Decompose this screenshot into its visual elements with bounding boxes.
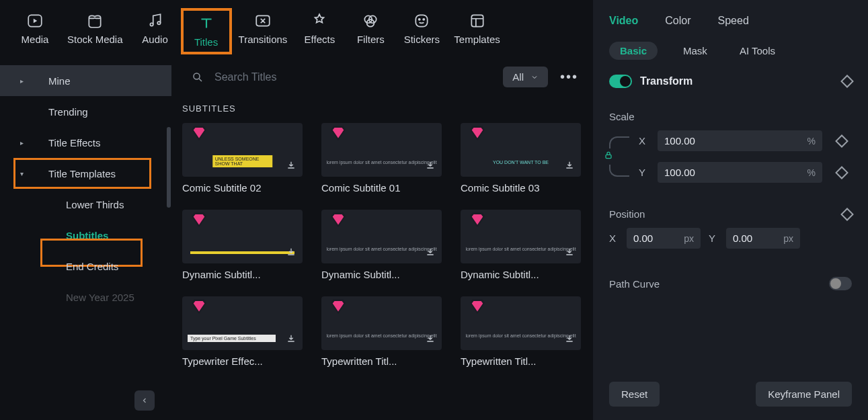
subtab-ai-tools[interactable]: AI Tools bbox=[733, 42, 782, 60]
scale-label: Scale bbox=[609, 111, 635, 122]
collapse-sidebar-button[interactable] bbox=[134, 390, 155, 411]
chevron-down-icon bbox=[530, 73, 539, 81]
properties-tabs: Video Color Speed bbox=[593, 7, 868, 35]
download-icon[interactable] bbox=[423, 245, 438, 259]
download-icon[interactable] bbox=[284, 245, 299, 259]
svg-rect-10 bbox=[471, 15, 483, 26]
svg-point-1 bbox=[150, 23, 153, 26]
nav-audio[interactable]: Audio bbox=[130, 8, 181, 54]
svg-rect-12 bbox=[606, 155, 611, 158]
sidebar-item-label: Lower Thirds bbox=[66, 199, 124, 210]
filter-dropdown[interactable]: All bbox=[503, 67, 548, 87]
download-icon[interactable] bbox=[562, 158, 577, 173]
subtitle-card[interactable]: lorem ipsum dolor sit amet consectetur a… bbox=[321, 210, 442, 280]
subtitle-card[interactable]: lorem ipsum dolor sit amet consectetur a… bbox=[321, 296, 442, 367]
keyframe-icon[interactable] bbox=[840, 75, 854, 88]
nav-stock-media[interactable]: Stock Media bbox=[61, 8, 130, 54]
download-icon[interactable] bbox=[562, 245, 577, 259]
nav-transitions[interactable]: Transitions bbox=[232, 8, 294, 54]
chevron-right-icon: ▸ bbox=[20, 139, 24, 146]
subtab-mask[interactable]: Mask bbox=[676, 42, 714, 60]
search-box[interactable] bbox=[182, 69, 494, 86]
path-curve-toggle[interactable] bbox=[829, 277, 852, 290]
nav-effects[interactable]: Effects bbox=[294, 8, 345, 54]
subtab-basic[interactable]: Basic bbox=[609, 42, 658, 60]
svg-rect-7 bbox=[416, 15, 428, 26]
card-thumbnail bbox=[182, 210, 303, 263]
sidebar-item-label: End Credits bbox=[66, 261, 118, 272]
card-thumbnail: lorem ipsum dolor sit amet consectetur a… bbox=[461, 210, 581, 263]
download-icon[interactable] bbox=[284, 331, 299, 346]
subtitle-card[interactable]: Type your Pixel Game SubtitlesTypewriter… bbox=[182, 296, 303, 367]
sidebar-item-trending[interactable]: Trending bbox=[0, 96, 171, 127]
properties-subtabs: Basic Mask AI Tools bbox=[593, 35, 868, 71]
axis-x-label: X bbox=[639, 135, 648, 146]
nav-media[interactable]: Media bbox=[9, 8, 61, 54]
lock-icon[interactable] bbox=[603, 149, 614, 165]
sidebar-item-label: Subtitles bbox=[66, 230, 108, 241]
sidebar-item-new-year[interactable]: New Year 2025 bbox=[0, 282, 171, 312]
titles-sidebar: ▸Mine Trending ▸Title Effects ▾Title Tem… bbox=[0, 60, 171, 420]
reset-button[interactable]: Reset bbox=[609, 382, 660, 407]
premium-badge-icon bbox=[470, 212, 485, 233]
properties-panel: Video Color Speed Basic Mask AI Tools Tr… bbox=[592, 0, 868, 420]
card-label: Dynamic Subtitl... bbox=[321, 269, 442, 280]
nav-label: Titles bbox=[194, 36, 218, 48]
premium-badge-icon bbox=[192, 212, 206, 233]
download-icon[interactable] bbox=[562, 331, 577, 346]
nav-label: Templates bbox=[454, 34, 500, 45]
search-icon bbox=[192, 71, 204, 83]
download-icon[interactable] bbox=[423, 158, 438, 173]
sidebar-item-subtitles[interactable]: Subtitles bbox=[0, 220, 171, 251]
nav-label: Media bbox=[22, 34, 49, 45]
keyframe-icon[interactable] bbox=[840, 208, 854, 221]
subtitle-card[interactable]: lorem ipsum dolor sit amet consectetur a… bbox=[321, 123, 442, 194]
subtitle-card[interactable]: UNLESS SOMEONE SHOW THATComic Subtitle 0… bbox=[182, 123, 303, 194]
scale-x-input[interactable]: 100.00% bbox=[658, 130, 822, 151]
sidebar-item-title-templates[interactable]: ▾Title Templates bbox=[0, 158, 171, 189]
nav-filters[interactable]: Filters bbox=[345, 8, 396, 54]
sidebar-item-mine[interactable]: ▸Mine bbox=[0, 65, 171, 96]
subtitle-card[interactable]: lorem ipsum dolor sit amet consectetur a… bbox=[461, 296, 581, 367]
nav-label: Transitions bbox=[239, 34, 288, 45]
keyframe-icon[interactable] bbox=[835, 134, 849, 148]
card-thumbnail: lorem ipsum dolor sit amet consectetur a… bbox=[321, 123, 442, 177]
tab-color[interactable]: Color bbox=[665, 15, 691, 27]
premium-badge-icon bbox=[470, 299, 485, 319]
sidebar-item-title-effects[interactable]: ▸Title Effects bbox=[0, 127, 171, 158]
axis-y-label: Y bbox=[639, 167, 648, 178]
content-area: All ••• SUBTITLES UNLESS SOMEONE SHOW TH… bbox=[171, 60, 592, 420]
card-thumbnail: lorem ipsum dolor sit amet consectetur a… bbox=[461, 296, 581, 350]
nav-titles[interactable]: Titles bbox=[181, 8, 232, 54]
subtitle-card[interactable]: lorem ipsum dolor sit amet consectetur a… bbox=[461, 210, 581, 280]
keyframe-icon[interactable] bbox=[835, 166, 849, 179]
tab-speed[interactable]: Speed bbox=[718, 15, 749, 27]
subtitle-card[interactable]: Dynamic Subtitl... bbox=[182, 210, 303, 280]
sidebar-item-end-credits[interactable]: End Credits bbox=[0, 251, 171, 282]
card-thumbnail: lorem ipsum dolor sit amet consectetur a… bbox=[321, 296, 442, 350]
section-heading: SUBTITLES bbox=[182, 103, 581, 114]
position-x-input[interactable]: 0.00px bbox=[627, 228, 701, 249]
tab-video[interactable]: Video bbox=[609, 15, 638, 27]
svg-point-8 bbox=[419, 19, 420, 20]
subtitle-card[interactable]: YOU DON'T WANT TO BEComic Subtitle 03 bbox=[461, 123, 581, 194]
nav-stickers[interactable]: Stickers bbox=[396, 8, 447, 54]
axis-y-label: Y bbox=[709, 233, 718, 244]
position-y-input[interactable]: 0.00px bbox=[726, 228, 800, 249]
more-menu[interactable]: ••• bbox=[557, 69, 581, 85]
download-icon[interactable] bbox=[284, 158, 299, 173]
transform-toggle[interactable] bbox=[609, 75, 632, 88]
keyframe-panel-button[interactable]: Keyframe Panel bbox=[756, 382, 852, 407]
card-label: Comic Subtitle 02 bbox=[182, 182, 303, 194]
sidebar-item-lower-thirds[interactable]: Lower Thirds bbox=[0, 189, 171, 220]
scale-y-input[interactable]: 100.00% bbox=[658, 162, 822, 183]
premium-badge-icon bbox=[331, 212, 346, 233]
nav-label: Audio bbox=[142, 34, 167, 45]
premium-badge-icon bbox=[192, 299, 206, 319]
download-icon[interactable] bbox=[423, 331, 438, 346]
svg-point-11 bbox=[194, 73, 200, 79]
search-input[interactable] bbox=[214, 71, 488, 83]
nav-templates[interactable]: Templates bbox=[447, 8, 506, 54]
chevron-down-icon: ▾ bbox=[20, 170, 24, 177]
card-label: Comic Subtitle 01 bbox=[321, 182, 442, 194]
